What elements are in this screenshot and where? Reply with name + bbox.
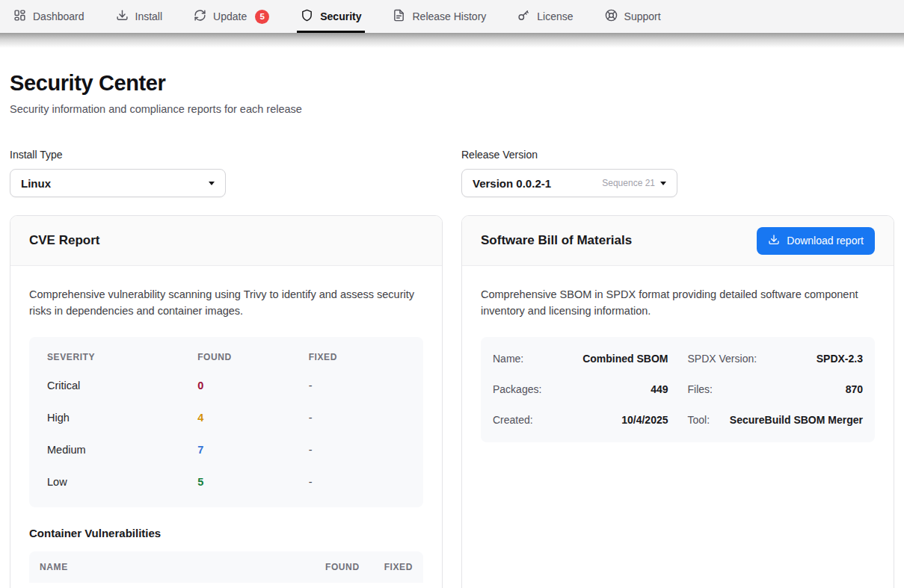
severity-row-medium: Medium 7 - [47,434,405,466]
nav-item-dashboard[interactable]: Dashboard [13,0,84,33]
fixed-count: - [309,380,405,392]
nav-item-license[interactable]: License [517,0,573,33]
sbom-details-row: Created: 10/4/2025 Tool: SecureBuild SBO… [493,405,863,436]
nav-shadow-divider [0,33,904,48]
detail-value: 870 [846,383,863,395]
severity-label: Low [47,476,197,488]
col-found: FOUND [325,562,360,572]
col-fixed: FIXED [309,352,405,362]
sbom-detail-files: Files: 870 [688,374,864,405]
severity-table-header: SEVERITY FOUND FIXED [47,343,405,370]
container-vulnerabilities-title: Container Vulnerabilities [29,527,423,539]
security-shield-icon [301,9,313,24]
release-version-filter: Release Version Version 0.0.2-1 Sequence… [461,149,894,197]
install-type-label: Install Type [10,149,443,161]
sbom-details-table: Name: Combined SBOM SPDX Version: SPDX-2… [481,337,875,442]
detail-label: Packages: [493,383,541,395]
col-found: FOUND [197,352,308,362]
security-center-page: Security Center Security information and… [0,71,904,588]
sbom-card: Software Bill of Materials Download repo… [461,215,894,588]
nav-label: Security [320,10,361,22]
detail-value: Combined SBOM [582,353,668,365]
download-icon [768,234,780,248]
sbom-detail-name: Name: Combined SBOM [493,344,668,374]
release-version-select[interactable]: Version 0.0.2-1 Sequence 21 [461,169,677,197]
page-title: Security Center [10,71,894,96]
cve-report-title: CVE Report [29,233,99,248]
cve-report-description: Comprehensive vulnerability scanning usi… [29,287,423,320]
release-history-icon [393,9,405,24]
nav-item-support[interactable]: Support [605,0,661,33]
found-count: 5 [197,476,308,488]
severity-table: SEVERITY FOUND FIXED Critical 0 - High 4… [29,337,423,507]
fixed-count: - [309,444,405,456]
chevron-down-icon [660,182,666,185]
nav-item-security[interactable]: Security [301,0,361,33]
severity-label: High [47,412,197,424]
detail-label: Created: [493,414,533,426]
detail-value: 449 [651,383,668,395]
sbom-detail-packages: Packages: 449 [493,374,668,405]
report-cards: CVE Report Comprehensive vulnerability s… [10,215,894,588]
fixed-count: - [309,412,405,424]
col-name: NAME [40,562,325,572]
release-version-value: Version 0.0.2-1 [473,177,551,190]
detail-label: Tool: [688,414,710,426]
nav-label: Release History [412,10,486,22]
download-report-button[interactable]: Download report [757,227,875,255]
download-report-label: Download report [787,235,864,247]
nav-label: Install [135,10,163,22]
dashboard-icon [13,9,26,24]
sbom-detail-tool: Tool: SecureBuild SBOM Merger [688,405,864,436]
fixed-count: - [309,476,405,488]
detail-value: 10/4/2025 [621,414,668,426]
sbom-details-row: Name: Combined SBOM SPDX Version: SPDX-2… [493,344,863,374]
cve-report-header: CVE Report [10,216,442,266]
severity-row-critical: Critical 0 - [47,370,405,402]
detail-value: SecureBuild SBOM Merger [730,414,863,426]
release-version-label: Release Version [461,149,894,161]
update-count-badge: 5 [255,10,269,24]
release-sequence-meta: Sequence 21 [602,178,655,188]
detail-value: SPDX-2.3 [817,353,863,365]
sbom-details-row: Packages: 449 Files: 870 [493,374,863,405]
severity-label: Medium [47,444,197,456]
cve-report-card: CVE Report Comprehensive vulnerability s… [10,215,443,588]
sbom-detail-spdx-version: SPDX Version: SPDX-2.3 [688,344,864,374]
container-vulnerabilities-table-header: NAME FOUND FIXED [29,551,423,583]
nav-label: Update [213,10,247,22]
page-subtitle: Security information and compliance repo… [10,103,894,115]
nav-item-release-history[interactable]: Release History [393,0,486,33]
nav-item-install[interactable]: Install [116,0,163,33]
sbom-header: Software Bill of Materials Download repo… [462,216,894,266]
found-count: 0 [197,380,308,392]
sbom-body: Comprehensive SBOM in SPDX format provid… [462,266,894,460]
severity-row-high: High 4 - [47,402,405,434]
support-lifebuoy-icon [605,9,618,24]
severity-row-low: Low 5 - [47,466,405,498]
cve-report-body: Comprehensive vulnerability scanning usi… [10,266,442,588]
license-key-icon [517,9,530,24]
nav-label: Support [624,10,661,22]
filters-row: Install Type Linux Release Version Versi… [10,149,894,197]
sbom-title: Software Bill of Materials [481,233,632,248]
install-icon [116,9,129,24]
nav-item-update[interactable]: Update 5 [194,0,269,33]
found-count: 7 [197,444,308,456]
sbom-detail-created: Created: 10/4/2025 [493,405,668,436]
install-type-value: Linux [21,177,51,190]
detail-label: Name: [493,353,523,365]
sbom-description: Comprehensive SBOM in SPDX format provid… [481,287,875,320]
install-type-filter: Install Type Linux [10,149,443,197]
container-vulnerabilities-section: Container Vulnerabilities NAME FOUND FIX… [29,527,423,583]
top-navigation: Dashboard Install Update 5 Security [0,0,904,33]
detail-label: Files: [688,383,713,395]
nav-label: Dashboard [33,10,84,22]
detail-label: SPDX Version: [688,353,757,365]
nav-label: License [537,10,573,22]
col-severity: SEVERITY [47,352,197,362]
found-count: 4 [197,412,308,424]
install-type-select[interactable]: Linux [10,169,226,197]
chevron-down-icon [209,182,215,185]
update-icon [194,9,206,24]
